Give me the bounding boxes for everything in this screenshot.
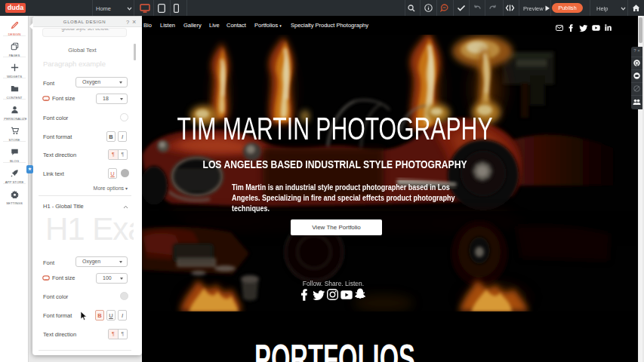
svg-text:Q: Q [635,60,639,66]
